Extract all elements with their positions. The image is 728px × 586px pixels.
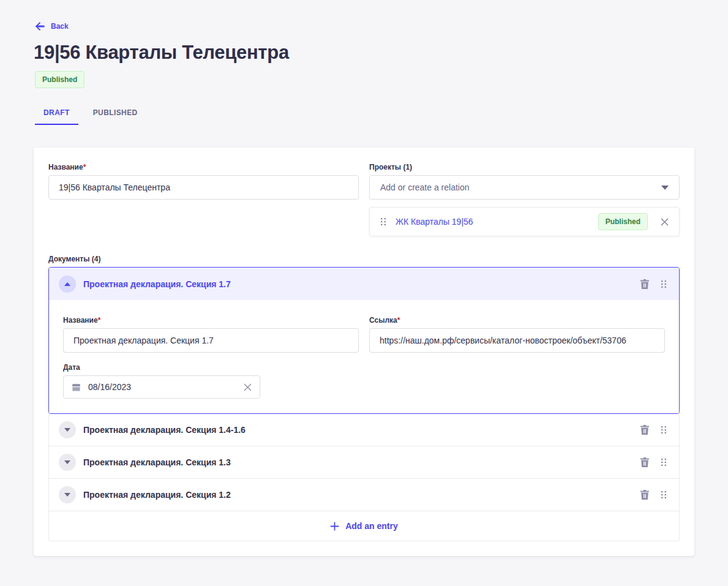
close-icon	[244, 383, 252, 391]
page-title: 19|56 Кварталы Телецентра	[34, 41, 693, 64]
trash-icon	[640, 457, 649, 467]
document-entry-body: Название* Ссылка* Да	[49, 300, 679, 413]
arrow-left-icon	[35, 22, 45, 31]
required-mark: *	[98, 316, 101, 325]
page-header: Back 19|56 Кварталы Телецентра Published	[0, 0, 728, 88]
relation-combobox-placeholder: Add or create a relation	[380, 182, 470, 192]
date-input[interactable]	[87, 381, 244, 393]
calendar-icon	[72, 383, 81, 392]
drag-handle-icon[interactable]	[661, 458, 667, 467]
relation-combobox[interactable]: Add or create a relation	[369, 175, 680, 200]
tab-published[interactable]: PUBLISHED	[84, 103, 146, 125]
drag-handle-icon[interactable]	[661, 490, 667, 499]
drag-handle-icon[interactable]	[380, 217, 386, 226]
accordion-header[interactable]: Проектная декларация. Секция 1.2	[49, 479, 679, 511]
expand-entry-button[interactable]	[59, 421, 76, 438]
entry-link-field: Ссылка*	[369, 315, 665, 353]
caret-up-icon	[64, 282, 70, 286]
projects-field-label: Проекты (1)	[369, 163, 412, 171]
edit-form-card: Название* Проекты (1) Add or create a re…	[34, 148, 694, 556]
status-badge: Published	[35, 71, 84, 88]
documents-field-label: Документы (4)	[48, 255, 100, 263]
document-entry-collapsed: Проектная декларация. Секция 1.2	[48, 478, 680, 511]
close-icon	[661, 218, 669, 226]
trash-icon	[640, 490, 649, 500]
back-label: Back	[51, 22, 69, 31]
relation-item: ЖК Кварталы 19|56 Published	[369, 207, 680, 236]
delete-entry-button[interactable]	[640, 490, 649, 500]
draft-published-tabs: DRAFT PUBLISHED	[35, 103, 728, 125]
tab-draft[interactable]: DRAFT	[35, 103, 78, 125]
add-entry-button[interactable]: Add an entry	[48, 511, 680, 541]
clear-date-button[interactable]	[244, 383, 252, 391]
add-entry-label: Add an entry	[345, 521, 398, 531]
entry-date-label: Дата	[63, 363, 80, 372]
remove-relation-button[interactable]	[661, 218, 669, 226]
expand-entry-button[interactable]	[59, 454, 76, 471]
accordion-header[interactable]: Проектная декларация. Секция 1.3	[49, 446, 679, 478]
accordion-header[interactable]: Проектная декларация. Секция 1.7	[49, 268, 679, 300]
entry-name-field: Название*	[63, 315, 359, 353]
document-entry-title: Проектная декларация. Секция 1.2	[83, 490, 640, 500]
document-entry-collapsed: Проектная декларация. Секция 1.4-1.6	[48, 413, 680, 446]
delete-entry-button[interactable]	[640, 279, 649, 289]
plus-icon	[330, 522, 339, 531]
page: Back 19|56 Кварталы Телецентра Published…	[0, 0, 728, 586]
caret-down-icon	[64, 493, 70, 497]
relation-status-badge: Published	[598, 213, 648, 230]
projects-field: Проекты (1) Add or create a relation ЖК …	[369, 162, 680, 236]
entry-name-input[interactable]	[63, 328, 359, 353]
document-entry-title: Проектная декларация. Секция 1.3	[83, 457, 640, 467]
expand-entry-button[interactable]	[59, 486, 76, 503]
chevron-down-icon	[661, 186, 669, 190]
drag-handle-icon[interactable]	[661, 280, 667, 288]
required-mark: *	[83, 163, 86, 171]
collapse-entry-button[interactable]	[59, 276, 76, 293]
back-button[interactable]: Back	[35, 22, 69, 31]
entry-link-label: Ссылка	[369, 316, 397, 325]
date-picker[interactable]	[63, 375, 260, 399]
entry-name-label: Название	[63, 316, 98, 325]
relation-link[interactable]: ЖК Кварталы 19|56	[396, 217, 598, 227]
entry-link-input[interactable]	[369, 328, 665, 353]
document-entry-expanded: Проектная декларация. Секция 1.7	[48, 267, 680, 414]
trash-icon	[640, 425, 649, 435]
name-input[interactable]	[48, 175, 359, 200]
delete-entry-button[interactable]	[640, 457, 649, 467]
delete-entry-button[interactable]	[640, 425, 649, 435]
entry-date-field: Дата	[63, 362, 665, 399]
caret-down-icon	[64, 428, 70, 432]
drag-handle-icon[interactable]	[661, 426, 667, 434]
documents-field: Документы (4) Проектная декларация. Секц…	[48, 254, 680, 541]
name-field: Название*	[48, 162, 359, 236]
required-mark: *	[397, 316, 400, 325]
document-entry-title: Проектная декларация. Секция 1.4-1.6	[83, 425, 640, 435]
accordion-header[interactable]: Проектная декларация. Секция 1.4-1.6	[49, 414, 679, 446]
trash-icon	[640, 279, 649, 289]
document-entry-title: Проектная декларация. Секция 1.7	[83, 279, 640, 289]
name-field-label: Название	[48, 163, 83, 171]
caret-down-icon	[64, 460, 70, 464]
document-entry-collapsed: Проектная декларация. Секция 1.3	[48, 446, 680, 479]
